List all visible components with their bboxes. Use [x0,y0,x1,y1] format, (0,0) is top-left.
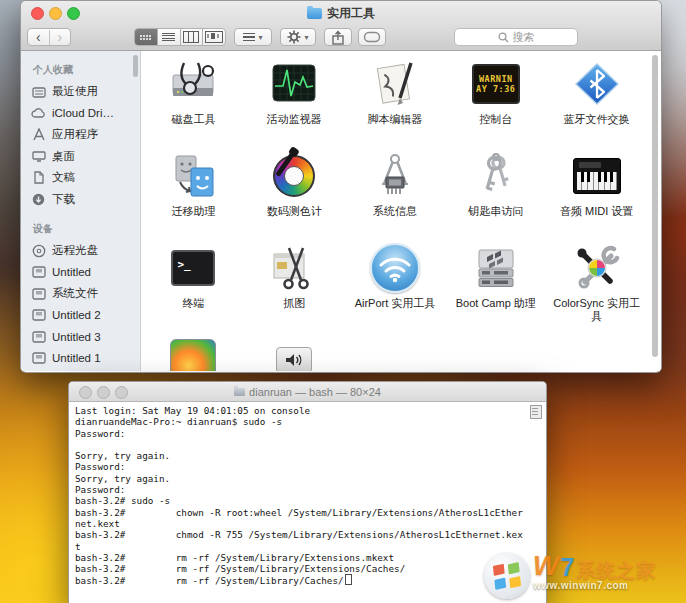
watermark-url: www.winwin7.com [533,581,656,591]
view-switcher [134,28,226,46]
app-label: 活动监视器 [267,113,322,126]
coverflow-view-icon [205,31,223,43]
sidebar-label: Untitled 1 [52,352,101,364]
app-label: 音频 MIDI 设置 [560,205,633,218]
sidebar-item-downloads[interactable]: 下载 [31,189,140,211]
app-label: 控制台 [479,113,512,126]
forward-button[interactable]: › [50,30,71,45]
sidebar-label: 应用程序 [52,127,98,142]
sidebar-item-untitled-1[interactable]: Untitled 1 [31,348,140,370]
app-terminal[interactable]: >_ 终端 [143,239,244,331]
sidebar-label: Untitled 3 [52,331,101,343]
tag-icon [363,31,381,43]
arrange-icon [243,31,255,44]
app-system-information[interactable]: 系统信息 [345,147,446,239]
sidebar-label: iCloud Dri… [52,107,114,119]
content-scrollbar[interactable] [651,53,659,367]
sidebar-item-remote-disc[interactable]: 远程光盘 [31,240,140,262]
arrange-button[interactable]: ▾ [234,28,272,46]
app-activity-monitor[interactable]: 活动监视器 [244,55,345,147]
terminal-content[interactable]: Last login: Sat May 19 04:01:05 on conso… [69,402,546,603]
console-badge-line2: AY 7:36 [476,84,515,94]
app-migration-assistant[interactable]: 迁移助理 [143,147,244,239]
drive-icon [31,352,46,364]
airport-utility-icon [370,239,420,297]
terminal-titlebar[interactable]: dianruan — bash — 80×24 [69,382,546,402]
finder-sidebar: 个人收藏 最近使用 iCloud Dri… 应用程序 桌面 [21,51,141,371]
terminal-line: Sorry, try again. [75,473,546,484]
sidebar-item-untitled[interactable]: Untitled [31,262,140,284]
terminal-line: bash-3.2# chown -R root:wheel /System/Li… [75,507,546,518]
drive-icon [31,331,46,343]
finder-titlebar[interactable]: 实用工具 [21,1,661,25]
app-voiceover-utility[interactable] [244,331,345,371]
app-console[interactable]: WARNIN AY 7:36 控制台 [445,55,546,147]
terminal-line: bash-3.2# rm -rf /System/Library/Extensi… [75,563,546,574]
app-label: 终端 [182,297,204,310]
app-script-editor[interactable]: 脚本编辑器 [345,55,446,147]
sidebar-item-applications[interactable]: 应用程序 [31,124,140,146]
search-icon [498,32,509,43]
sidebar-item-system-files[interactable]: 系统文件 [31,283,140,305]
terminal-page-icon [530,405,542,419]
sidebar-item-dianruan[interactable]: 电软 [31,369,140,371]
app-boot-camp-assistant[interactable]: Boot Camp 助理 [445,239,546,331]
search-field[interactable]: 搜索 [454,28,578,46]
grid-view-icon [140,35,151,40]
color-meter-icon [271,147,317,205]
app-airport-utility[interactable]: AirPort 实用工具 [345,239,446,331]
coverflow-view-button[interactable] [203,29,225,45]
window-title: 实用工具 [21,1,661,25]
list-view-button[interactable] [158,29,181,45]
list-view-icon [162,31,175,43]
app-disk-utility[interactable]: 磁盘工具 [143,55,244,147]
finder-content: 磁盘工具 活动监视器 [141,51,661,371]
sidebar-item-icloud[interactable]: iCloud Dri… [31,103,140,125]
terminal-title-text: dianruan — bash — 80×24 [249,386,381,398]
sidebar-item-recents[interactable]: 最近使用 [31,81,140,103]
terminal-line: t [75,541,546,552]
terminal-line [75,439,546,450]
action-menu-button[interactable]: ▾ [280,28,316,46]
app-keychain-access[interactable]: 钥匙串访问 [445,147,546,239]
share-button[interactable] [324,28,352,46]
drive-icon [31,266,46,278]
app-grapher[interactable] [143,331,244,371]
app-colorsync-utility[interactable]: ColorSync 实用工具 [546,239,647,331]
finder-window: 实用工具 ‹ › ▾ [20,0,662,373]
terminal-window: dianruan — bash — 80×24 Last login: Sat … [68,381,547,603]
app-bluetooth-file-exchange[interactable]: 蓝牙文件交换 [546,55,647,147]
finder-toolbar: ‹ › ▾ ▾ [21,25,661,51]
app-audio-midi-setup[interactable]: 音频 MIDI 设置 [546,147,647,239]
scrollbar-thumb[interactable] [652,55,658,357]
terminal-line: Password: [75,484,546,495]
sidebar-item-untitled-3[interactable]: Untitled 3 [31,326,140,348]
sidebar-scrollbar[interactable] [133,55,138,77]
back-button[interactable]: ‹ [28,30,50,45]
system-information-icon [369,147,421,205]
terminal-title: dianruan — bash — 80×24 [69,382,546,401]
nav-buttons: ‹ › [27,28,71,46]
column-view-button[interactable] [181,29,204,45]
drive-icon [31,288,46,300]
colorsync-icon [571,239,623,297]
share-icon [331,30,345,45]
sidebar-label: Untitled 2 [52,309,101,321]
tag-button[interactable] [358,28,386,46]
chevron-down-icon: ▾ [304,33,308,42]
app-digital-color-meter[interactable]: 数码测色计 [244,147,345,239]
app-grab[interactable]: 抓图 [244,239,345,331]
sidebar-item-untitled-2[interactable]: Untitled 2 [31,305,140,327]
terminal-line-text: bash-3.2# rm -rf /System/Library/Caches/ [75,575,344,586]
icon-view-button[interactable] [135,29,158,45]
sidebar-item-documents[interactable]: 文稿 [31,167,140,189]
speaker-icon [284,352,304,368]
sidebar-label: 远程光盘 [52,243,98,258]
grapher-icon [170,331,216,371]
app-label: 磁盘工具 [171,113,215,126]
terminal-line: Sorry, try again. [75,450,546,461]
console-badge-line1: WARNIN [479,74,513,84]
sidebar-item-desktop[interactable]: 桌面 [31,146,140,168]
search-placeholder: 搜索 [513,30,535,45]
sidebar-label: 最近使用 [52,84,98,99]
